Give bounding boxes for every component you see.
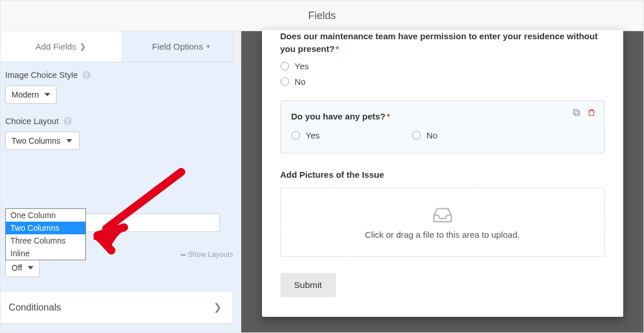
q1-option-no[interactable]: No [280,77,605,87]
chevron-down-icon: ▾ [207,43,210,50]
show-layouts-link[interactable]: ▪▪▪ Show Layouts [181,250,233,259]
svg-rect-1 [573,109,578,114]
select-dynamic-choices[interactable]: Off [5,259,40,277]
svg-rect-2 [589,110,594,115]
required-asterisk: * [387,111,390,121]
label-image-choice-style: Image Choice Style ? [5,70,237,80]
left-panel: Add Fields ❯ Field Options ▾ Image Choic… [1,31,241,332]
tab-field-options[interactable]: Field Options ▾ [121,31,242,62]
grid-icon: ▪▪▪ [181,251,186,258]
preview-area: Does our maintenance team have permissio… [241,31,643,332]
form-canvas: Does our maintenance team have permissio… [262,30,623,317]
page-title: Fields [308,10,336,22]
dropdown-option[interactable]: Inline [6,247,85,260]
chevron-right-icon: ❯ [214,302,222,313]
q1-option-yes[interactable]: Yes [280,61,605,71]
upload-title: Add Pictures of the Issue [280,170,605,179]
radio-icon [291,131,300,140]
top-bar: Fields [0,0,644,31]
help-icon[interactable]: ? [83,71,91,79]
section-conditionals[interactable]: Conditionals ❯ [1,291,232,324]
upload-hint: Click or drag a file to this area to upl… [365,230,519,240]
delete-icon[interactable] [587,108,596,117]
question-2-text: Do you have any pets?* [291,110,594,123]
dropdown-choice-layout: One Column Two Columns Three Columns Inl… [5,208,86,260]
caret-down-icon [44,93,50,96]
tab-add-fields-label: Add Fields [35,42,76,51]
question-1-text: Does our maintenance team have permissio… [280,30,605,55]
tab-add-fields[interactable]: Add Fields ❯ [1,31,121,62]
dropdown-option-selected[interactable]: Two Columns [6,222,85,234]
duplicate-icon[interactable] [572,108,581,117]
selected-field-pets[interactable]: Do you have any pets?* Yes No [280,100,605,154]
q2-option-no[interactable]: No [412,130,437,140]
main: Add Fields ❯ Field Options ▾ Image Choic… [0,31,644,333]
submit-button[interactable]: Submit [280,273,336,297]
caret-down-icon [28,266,33,270]
caret-down-icon [66,139,72,143]
tab-field-options-label: Field Options [152,42,203,51]
radio-icon [280,62,289,70]
panel-body: Image Choice Style ? Modern Choice Layou… [1,62,241,332]
radio-icon [280,77,289,86]
q2-option-yes[interactable]: Yes [291,130,320,140]
upload-dropzone[interactable]: Click or drag a file to this area to upl… [280,188,605,257]
select-choice-layout[interactable]: Two Columns [5,132,80,150]
dropdown-option[interactable]: One Column [6,209,85,222]
radio-icon [412,131,421,140]
select-image-choice-style[interactable]: Modern [5,85,57,104]
help-icon[interactable]: ? [63,117,72,125]
svg-rect-0 [575,111,579,115]
left-tabs: Add Fields ❯ Field Options ▾ [1,31,241,62]
required-asterisk: * [336,44,339,54]
dropdown-option[interactable]: Three Columns [6,234,85,247]
label-choice-layout: Choice Layout ? [5,117,237,126]
field-toolbar [572,108,596,117]
inbox-icon [432,205,454,224]
chevron-right-icon: ❯ [80,42,86,51]
